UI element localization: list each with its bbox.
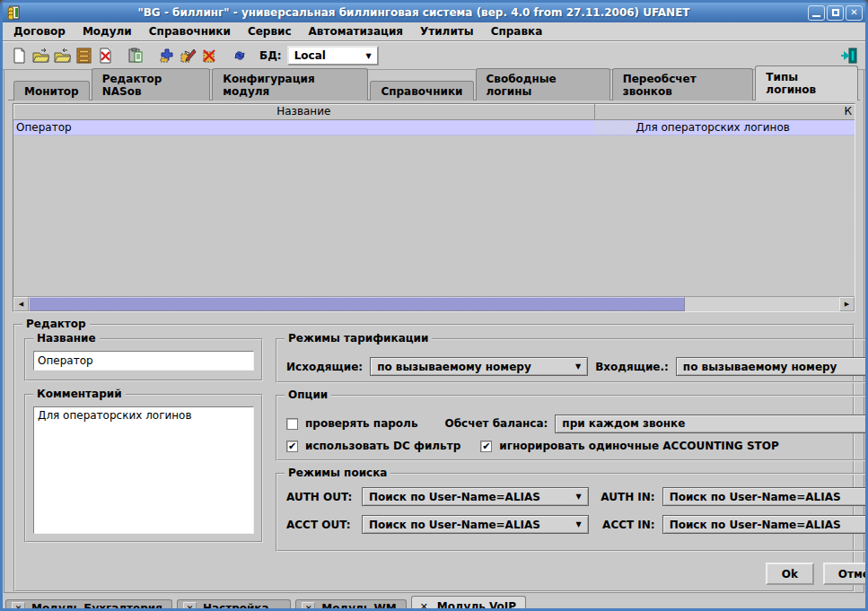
ignore-stop-label: игнорировать одиночные ACCOUNTING STOP (499, 440, 778, 452)
scrollbar-thumb[interactable] (29, 297, 685, 311)
chevron-down-icon: ▼ (576, 520, 582, 528)
name-group: Название (24, 338, 263, 381)
toolbar: БД: Local ▼ (3, 41, 865, 70)
tab-monitor[interactable]: Монитор (13, 81, 90, 100)
new-document-icon[interactable] (8, 45, 30, 66)
cell-gap (594, 120, 636, 135)
db-label: БД: (259, 49, 282, 62)
column-header-comment[interactable]: К (844, 105, 852, 118)
delete-item-icon[interactable] (198, 45, 220, 66)
cabinet-icon[interactable] (73, 45, 94, 66)
add-item-icon[interactable] (155, 45, 177, 66)
incoming-select[interactable]: по вызываемому номеру ▼ (676, 357, 868, 376)
comment-group-title: Комментарий (33, 388, 126, 400)
bottom-tab-voip[interactable]: ✕ Модуль VoIP (411, 596, 526, 611)
bottom-tabstrip: ✕ Модуль Бухгалтерия ✕ Настройка... ✕ Мо… (3, 593, 865, 611)
menu-dogovor[interactable]: Договор (13, 25, 66, 38)
minimize-button[interactable] (808, 5, 825, 21)
tab-nas-editor[interactable]: Редактор NASов (92, 68, 211, 100)
auth-in-value: Поиск по User-Name=ALIAS (670, 491, 841, 503)
options-row-1: проверять пароль Обсчет баланса: при каж… (286, 415, 868, 433)
menu-avtomatizaciya[interactable]: Автоматизация (309, 25, 403, 38)
column-divider[interactable] (594, 104, 595, 119)
editor-group: Редактор Название Комментарий Для операт… (13, 324, 855, 592)
name-input[interactable] (33, 351, 254, 371)
refresh-icon[interactable] (229, 45, 250, 66)
tab-close-icon[interactable]: ✕ (183, 602, 197, 611)
acct-in-label: ACCT IN: (596, 519, 655, 531)
module-tabstrip: Монитор Редактор NASов Конфигурация моду… (8, 77, 860, 100)
editor-right-column: Режимы тарификации Исходящие: по вызывае… (276, 338, 868, 585)
comment-textarea[interactable]: Для операторских логинов (33, 406, 254, 534)
db-select[interactable]: Local ▼ (287, 46, 379, 65)
bottom-tab-settings[interactable]: ✕ Настройка... (177, 599, 291, 611)
check-password-checkbox[interactable] (286, 418, 298, 430)
scroll-left-icon[interactable]: ◀ (13, 297, 29, 311)
tariff-modes-group: Режимы тарификации Исходящие: по вызывае… (276, 338, 868, 383)
auth-out-select[interactable]: Поиск по User-Name=ALIAS ▼ (362, 487, 589, 506)
menu-moduli[interactable]: Модули (83, 25, 132, 38)
auth-in-label: AUTH IN: (596, 491, 655, 503)
name-group-title: Название (33, 332, 100, 345)
login-types-table: Название К Оператор Для операторских лог… (13, 103, 855, 312)
tab-close-icon[interactable]: ✕ (417, 600, 431, 611)
scrollbar-track[interactable] (685, 297, 839, 311)
menu-spravka[interactable]: Справка (491, 25, 543, 38)
menu-utility[interactable]: Утилиты (420, 25, 474, 38)
cancel-button[interactable]: Отмена (823, 563, 868, 585)
editor-left-column: Название Комментарий Для операторских ло… (24, 338, 263, 585)
bottom-tab-accounting[interactable]: ✕ Модуль Бухгалтерия (5, 599, 172, 611)
bottom-tab-label: Модуль VoIP (437, 600, 516, 611)
open-folder-icon[interactable] (30, 45, 51, 66)
acct-out-label: ACCT OUT: (286, 519, 355, 531)
table-row[interactable]: Оператор Для операторских логинов (13, 120, 855, 135)
horizontal-scrollbar[interactable]: ◀ ▶ (13, 296, 855, 311)
balance-select[interactable]: при каждом звонке ▼ (555, 415, 868, 433)
chevron-down-icon: ▼ (365, 52, 371, 60)
tab-recalc-calls[interactable]: Переобсчет звонков (612, 68, 754, 100)
column-header-name[interactable]: Название (13, 105, 594, 118)
editor-group-title: Редактор (22, 318, 90, 330)
outgoing-select[interactable]: по вызываемому номеру ▼ (370, 357, 588, 376)
close-button[interactable]: ✕ (846, 5, 863, 21)
delete-document-icon[interactable] (94, 45, 116, 66)
balance-label: Обсчет баланса: (444, 417, 548, 430)
ok-button[interactable]: Ok (766, 563, 814, 585)
acct-in-select[interactable]: Поиск по User-Name=ALIAS ▼ (662, 515, 868, 534)
main-panel: Монитор Редактор NASов Конфигурация моду… (4, 70, 864, 593)
check-icon: ✔ (288, 441, 296, 451)
table-header: Название К (13, 104, 855, 120)
open-folder-alt-icon[interactable] (51, 45, 73, 66)
acct-in-value: Поиск по User-Name=ALIAS (670, 519, 841, 531)
tab-free-logins[interactable]: Свободные логины (476, 68, 610, 100)
maximize-button[interactable] (827, 5, 844, 21)
tab-close-icon[interactable]: ✕ (302, 602, 315, 611)
editor-buttons: Ok Отмена (276, 563, 868, 585)
app-icon (5, 4, 22, 21)
options-title: Опции (285, 388, 331, 401)
acct-out-select[interactable]: Поиск по User-Name=ALIAS ▼ (362, 515, 589, 534)
dc-filter-checkbox[interactable]: ✔ (286, 441, 298, 452)
balance-select-value: при каждом звонке (562, 417, 685, 430)
scroll-right-icon[interactable]: ▶ (839, 297, 855, 311)
tab-close-icon[interactable]: ✕ (12, 602, 25, 611)
title-bar: "BG - биллинг" - универсальная биллингов… (3, 3, 865, 22)
menu-servis[interactable]: Сервис (248, 25, 292, 38)
ignore-stop-checkbox[interactable]: ✔ (480, 441, 492, 452)
paste-clipboard-icon[interactable] (125, 45, 146, 66)
exit-door-icon[interactable] (838, 45, 860, 66)
outgoing-select-value: по вызываемому номеру (377, 361, 531, 373)
comment-group: Комментарий Для операторских логинов (24, 394, 263, 543)
db-select-value: Local (294, 49, 326, 62)
tab-module-config[interactable]: Конфигурация модуля (212, 68, 368, 100)
tab-login-types[interactable]: Типы логинов (755, 65, 858, 100)
tab-directories[interactable]: Справочники (370, 81, 473, 100)
acct-out-value: Поиск по User-Name=ALIAS (369, 519, 540, 531)
search-modes-title: Режимы поиска (285, 467, 390, 479)
app-window: "BG - биллинг" - универсальная биллингов… (0, 0, 868, 611)
bottom-tab-wm[interactable]: ✕ Модуль WM (295, 599, 406, 611)
edit-item-icon[interactable] (177, 45, 198, 66)
bottom-tab-label: Модуль Бухгалтерия (31, 602, 162, 611)
menu-spravochniki[interactable]: Справочники (149, 25, 231, 38)
auth-in-select[interactable]: Поиск по User-Name=ALIAS ▼ (662, 487, 868, 506)
